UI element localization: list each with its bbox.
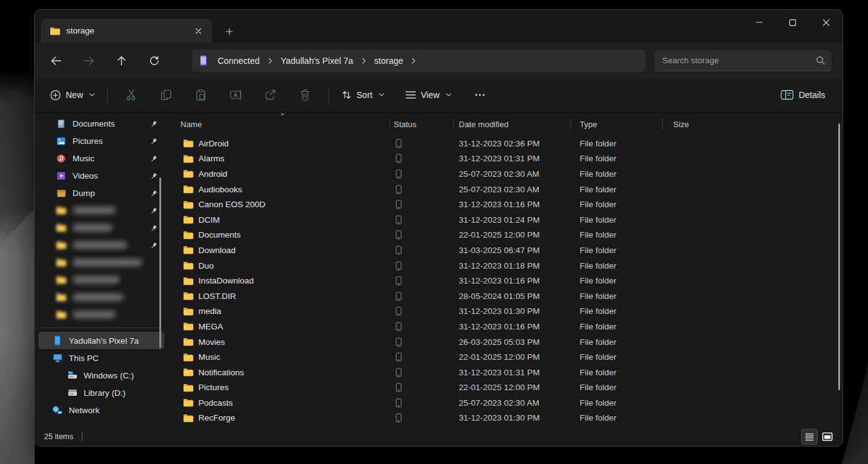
file-row-podcasts[interactable]: Podcasts 25-07-2023 02:30 AM File folder — [173, 395, 843, 411]
file-name: Pictures — [198, 383, 229, 392]
file-row-notifications[interactable]: Notifications 31-12-2023 01:31 PM File f… — [173, 365, 843, 380]
on-device-status-icon — [396, 230, 402, 239]
breadcrumb-segment-storage[interactable]: storage — [370, 54, 409, 68]
tab-close-icon[interactable] — [191, 24, 206, 38]
minimize-button[interactable] — [742, 10, 776, 35]
sidebar-item-redacted[interactable] — [38, 236, 164, 254]
column-header-date-modified[interactable]: Date modified — [454, 118, 571, 130]
sidebar-item-network[interactable]: Network — [38, 401, 164, 419]
file-date-modified: 25-07-2023 02:30 AM — [454, 169, 571, 179]
sidebar-item-redacted[interactable] — [38, 219, 164, 236]
sidebar-item-this-pc[interactable]: This PC — [38, 349, 164, 367]
sidebar-item-videos[interactable]: Videos — [38, 167, 164, 184]
file-type: File folder — [571, 200, 663, 209]
forward-button[interactable] — [76, 50, 101, 72]
paste-button[interactable] — [188, 84, 213, 106]
file-row-recforge[interactable]: RecForge 31-12-2023 01:30 PM File folder — [173, 411, 843, 426]
sidebar-item-redacted[interactable] — [38, 254, 164, 271]
tab-title: storage — [66, 26, 191, 35]
file-row-music[interactable]: Music 22-01-2025 12:00 PM File folder — [173, 349, 843, 365]
breadcrumb: Connected Yadullah's Pixel 7a storage — [192, 50, 645, 72]
folder-icon — [56, 275, 66, 284]
copy-button[interactable] — [154, 84, 179, 106]
column-header-status[interactable]: Status — [390, 118, 454, 130]
file-row-alarms[interactable]: Alarms 31-12-2023 01:31 PM File folder — [173, 151, 843, 167]
column-header-type[interactable]: Type — [571, 118, 663, 130]
file-row-duo[interactable]: Duo 31-12-2023 01:18 PM File folder — [173, 258, 843, 274]
delete-button[interactable] — [293, 84, 317, 106]
breadcrumb-segment-device[interactable]: Yadullah's Pixel 7a — [276, 54, 358, 68]
close-button[interactable] — [809, 10, 843, 35]
sidebar-item-pictures[interactable]: Pictures — [38, 132, 164, 149]
drive-windows-icon — [67, 371, 78, 380]
back-button[interactable] — [43, 50, 68, 72]
column-header-size[interactable]: Size — [663, 118, 732, 130]
search-input[interactable] — [662, 56, 816, 65]
sidebar-item-music[interactable]: Music — [38, 149, 164, 167]
up-button[interactable] — [109, 50, 134, 72]
file-row-airdroid[interactable]: AirDroid 31-12-2023 02:36 PM File folder — [173, 136, 843, 151]
details-pane-button[interactable]: Details — [774, 86, 831, 104]
sidebar-scrollbar[interactable] — [159, 177, 161, 348]
file-type: File folder — [571, 185, 663, 194]
search-icon[interactable] — [816, 56, 825, 65]
file-row-canon-eos-200d[interactable]: Canon EOS 200D 31-12-2023 01:16 PM File … — [173, 197, 843, 212]
view-button[interactable]: View — [399, 86, 458, 104]
file-row-android[interactable]: Android 25-07-2023 02:30 AM File folder — [173, 166, 843, 182]
file-row-lost-dir[interactable]: LOST.DIR 28-05-2024 01:05 PM File folder — [173, 288, 843, 304]
maximize-button[interactable] — [776, 10, 809, 35]
file-name: Music — [198, 352, 220, 362]
sidebar-item-documents[interactable]: Documents — [38, 115, 164, 132]
sidebar-item-redacted[interactable] — [38, 202, 164, 219]
file-type: File folder — [571, 215, 663, 225]
file-row-media[interactable]: media 31-12-2023 01:30 PM File folder — [173, 304, 843, 319]
dump-icon — [56, 189, 66, 197]
folder-icon — [183, 169, 193, 178]
rename-button[interactable] — [223, 84, 248, 106]
refresh-button[interactable] — [142, 50, 167, 72]
sidebar-item-redacted[interactable] — [38, 306, 164, 323]
sidebar-item-library-d[interactable]: Library (D:) — [38, 384, 164, 401]
on-device-status-icon — [396, 139, 402, 148]
sidebar-item-redacted[interactable] — [38, 288, 164, 306]
new-tab-button[interactable] — [221, 24, 238, 40]
file-date-modified: 22-01-2025 12:00 PM — [454, 383, 571, 392]
sidebar-item-yadullah-s-pixel-7a[interactable]: Yadullah's Pixel 7a — [38, 332, 164, 349]
file-name: RecForge — [198, 413, 235, 422]
file-row-pictures[interactable]: Pictures 22-01-2025 12:00 PM File folder — [173, 380, 843, 396]
thumbnails-view-toggle[interactable] — [820, 429, 835, 444]
more-options-button[interactable] — [467, 84, 492, 106]
file-date-modified: 31-12-2023 01:18 PM — [454, 261, 571, 270]
file-row-documents[interactable]: Documents 22-01-2025 12:00 PM File folde… — [173, 228, 843, 243]
drive-icon — [67, 389, 78, 396]
on-device-status-icon — [396, 383, 402, 392]
sort-button[interactable]: Sort — [335, 86, 391, 104]
file-row-download[interactable]: Download 31-03-2025 06:47 PM File folder — [173, 243, 843, 258]
sidebar-item-redacted[interactable] — [38, 271, 164, 288]
share-button[interactable] — [258, 84, 283, 106]
breadcrumb-device-status[interactable]: Connected — [213, 54, 265, 68]
file-row-movies[interactable]: Movies 26-03-2025 05:03 PM File folder — [173, 334, 843, 350]
sidebar-item-windows-c[interactable]: Windows (C:) — [38, 367, 164, 384]
file-list-scrollbar[interactable] — [838, 123, 840, 390]
file-row-dcim[interactable]: DCIM 31-12-2023 01:24 PM File folder — [173, 212, 843, 228]
file-row-mega[interactable]: MEGA 31-12-2023 01:16 PM File folder — [173, 319, 843, 334]
explorer-tab-storage[interactable]: storage — [41, 19, 212, 43]
file-row-audiobooks[interactable]: Audiobooks 25-07-2023 02:30 AM File fold… — [173, 182, 843, 197]
file-type: File folder — [571, 337, 663, 347]
new-button[interactable]: New — [44, 86, 101, 105]
file-list-body: AirDroid 31-12-2023 02:36 PM File folder… — [173, 136, 843, 426]
sidebar-item-dump[interactable]: Dump — [38, 184, 164, 202]
folder-icon — [56, 310, 66, 319]
file-type: File folder — [571, 261, 663, 270]
window-controls — [742, 10, 843, 35]
details-view-toggle[interactable] — [802, 429, 817, 444]
folder-icon — [183, 139, 193, 148]
on-device-status-icon — [396, 352, 402, 362]
cut-button[interactable] — [119, 84, 144, 106]
folder-icon — [183, 215, 193, 224]
file-type: File folder — [571, 383, 663, 392]
plus-circle-icon — [50, 90, 61, 100]
file-row-instadownload[interactable]: InstaDownload 31-12-2023 01:16 PM File f… — [173, 273, 843, 288]
sidebar-divider — [42, 328, 161, 328]
